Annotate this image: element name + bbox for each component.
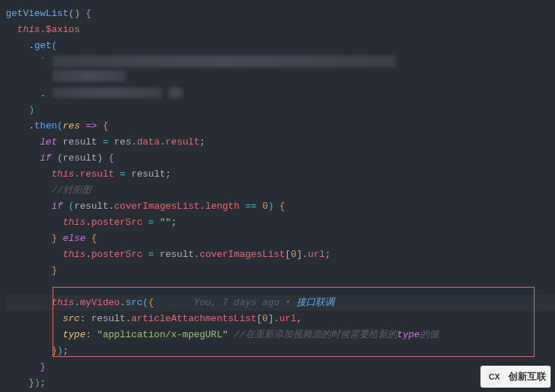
function-name: getViewList	[6, 8, 69, 19]
watermark-icon: CX	[485, 367, 504, 386]
redacted-region	[168, 88, 183, 98]
code-line[interactable]: src: result.articleAttachmentsList[0].ur…	[6, 311, 555, 327]
code-line[interactable]: )	[6, 102, 555, 118]
code-line[interactable]: this.result = result;	[6, 166, 555, 182]
code-line[interactable]: //封面图	[6, 182, 555, 199]
code-line[interactable]: .then(res => {	[6, 118, 555, 134]
code-line[interactable]: if (result.coverImagesList.length == 0) …	[6, 199, 555, 215]
code-line[interactable]: this.posterSrc = result.coverImagesList[…	[6, 247, 555, 263]
code-line[interactable]: type: "application/x-mpegURL" //在重新添加视频源…	[6, 327, 555, 343]
code-line[interactable]: } else {	[6, 231, 555, 247]
code-line[interactable]: getViewList() {	[6, 6, 555, 22]
code-line[interactable]: }	[6, 359, 555, 375]
redacted-region	[53, 88, 162, 98]
code-line[interactable]: this.$axios	[6, 22, 555, 38]
code-line[interactable]: });	[6, 343, 555, 359]
watermark: CX 创新互联	[481, 366, 551, 388]
code-line[interactable]: if (result) {	[6, 150, 555, 166]
gitlens-annotation: You, 7 days ago • 接口联调	[194, 297, 334, 308]
code-line[interactable]: let result = res.data.result;	[6, 134, 555, 150]
code-line[interactable]: .get(	[6, 38, 555, 54]
inline-comment: //在重新添加视频源的时候需要给新的type的值	[234, 329, 439, 340]
watermark-text: 创新互联	[508, 370, 546, 383]
code-line[interactable]	[6, 279, 555, 295]
redacted-region	[53, 70, 126, 82]
redacted-region	[53, 55, 396, 67]
code-line[interactable]: });	[6, 375, 555, 391]
code-line[interactable]: }	[6, 263, 555, 279]
code-line[interactable]: this.posterSrc = "";	[6, 215, 555, 231]
code-line-current[interactable]: this.myVideo.src({ You, 7 days ago • 接口联…	[6, 295, 555, 311]
